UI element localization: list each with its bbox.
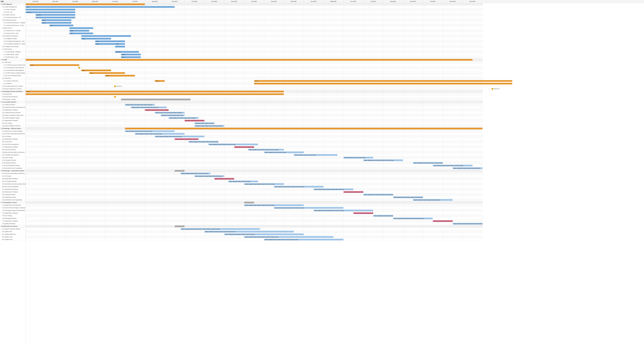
sidebar-item-2.1.5[interactable]: 2.1.5) User Training & Review xyxy=(0,74,26,77)
grid-line xyxy=(264,125,264,127)
sidebar-item-4.8[interactable]: 4.8) User Testing xyxy=(0,122,26,125)
sidebar-item-1.1.2[interactable]: 1.1.2) PM - PM xyxy=(0,11,26,13)
grid-line xyxy=(145,151,145,154)
sidebar-item-5.3[interactable]: 5.3) UX Design xyxy=(0,135,26,138)
sidebar-item-8.4[interactable]: 8.4) Update Shop xyxy=(0,236,26,238)
sidebar-item-6.5[interactable]: 6.5) Information Architecture (Back End) xyxy=(0,183,26,185)
grid-line xyxy=(145,156,145,159)
sidebar-item-1.4[interactable]: 1.4) Back End IA xyxy=(0,27,26,29)
sidebar-item-7[interactable]: ▼ 7) Homepage & Search xyxy=(0,201,26,204)
sidebar-item-1.7.3[interactable]: 1.7.3) QA/Training - Zack xyxy=(0,56,26,58)
sidebar-item-3.1[interactable]: 3.1) Brand Work xyxy=(0,93,26,96)
sidebar-item-6.7[interactable]: 6.7) Template Development xyxy=(0,188,26,191)
sidebar-item-1[interactable]: ▼ 1) WP Migration xyxy=(0,3,26,6)
sidebar-item-1.5.2[interactable]: 1.5.2) Template Development - Zack xyxy=(0,40,26,43)
sidebar-item-7.2[interactable]: 7.2) Search Results Design & Development xyxy=(0,206,26,209)
sidebar-item-4.6[interactable]: 4.6) Global Navigation Design xyxy=(0,117,26,119)
sidebar-item-1.3[interactable]: 1.3) Technical Discovery xyxy=(0,19,26,21)
grid-line xyxy=(324,85,324,87)
sidebar-item-6.9[interactable]: 6.9) Template Revision xyxy=(0,193,26,196)
sidebar-item-3.2[interactable]: 3.2) Brand Work Delivered xyxy=(0,96,26,98)
sidebar-item-1.7[interactable]: 1.7) QA/Training xyxy=(0,48,26,51)
sidebar-item-2.4[interactable]: 2.4) Review SalesForce Licenses xyxy=(0,88,26,90)
sidebar-item-2.1.3[interactable]: 2.1.3) Development Data Migration xyxy=(0,69,26,72)
sidebar-item-2[interactable]: ▼ 2) CRM xyxy=(0,58,26,61)
sidebar-item-1.2.1[interactable]: 1.2.1) Content Inventory - PM xyxy=(0,16,26,19)
grid-line xyxy=(125,228,125,230)
sidebar-item-1.5.1[interactable]: 1.5.1) Migration Scripts xyxy=(0,37,26,40)
sidebar-item-7.8[interactable]: 7.8) Quality Assurance xyxy=(0,222,26,225)
sidebar-item-3[interactable]: ▼ 3) Strategic Direction and Brand xyxy=(0,90,26,93)
sidebar-item-8.3[interactable]: 8.3) Update MailChimp xyxy=(0,233,26,236)
sidebar-item-4.2[interactable]: 4.2) Overall Information Architecture (F… xyxy=(0,106,26,109)
sidebar-item-2.1.4[interactable]: 2.1.4) NPSP Setup & Implementation xyxy=(0,72,26,74)
sidebar-item-4[interactable]: ▼ 4.1) Creative Direction xyxy=(0,101,26,103)
sidebar-item-6.10[interactable]: 6.10) Quality Assurance xyxy=(0,196,26,199)
sidebar-item-6.6[interactable]: 6.6) Front End Development xyxy=(0,185,26,188)
sidebar-item-5.10[interactable]: 5.10) Template Development xyxy=(0,154,26,156)
sidebar-item-5.1[interactable]: 5.1) Editorial and Content Strategy xyxy=(0,130,26,133)
sidebar-item-7.7[interactable]: 7.7) Stakeholder Feedback xyxy=(0,220,26,222)
gantt-area[interactable]: Feb 2023Mar 2023Apr 2023May 2023Jun 2023… xyxy=(26,0,644,344)
sidebar-item-6.3[interactable]: 6.3) Stakeholder Feedback xyxy=(0,177,26,180)
grid-line xyxy=(482,64,483,66)
grid-line xyxy=(125,85,125,87)
sidebar-item-5.4[interactable]: 5.4) Stakeholder Feedback xyxy=(0,138,26,141)
sidebar-item-2.1[interactable]: 2.1) CRM 2023 xyxy=(0,61,26,64)
sidebar-item-6.11[interactable]: 6.11) Illustrations and Copywriting xyxy=(0,199,26,201)
sidebar-item-2.2.2[interactable]: 2.2.2) Phase 2 xyxy=(0,82,26,85)
sidebar-item-4.5[interactable]: 4.5) System Architecture (Back End) xyxy=(0,114,26,117)
sidebar-item-4.9[interactable]: 4.9) Global Navigation Revision xyxy=(0,125,26,127)
sidebar-item-5.7[interactable]: 5.7) Stakeholder Feedback xyxy=(0,146,26,148)
sidebar-item-1.4.2[interactable]: 1.4.2) Back End IA - Zack xyxy=(0,32,26,35)
sidebar-item-7.5[interactable]: 7.5) User Testing xyxy=(0,214,26,217)
sidebar-item-2.1.2[interactable]: 2.1.2) Development Data Delivered xyxy=(0,66,26,69)
sidebar-item-2.2[interactable]: 2.2) CRM 2024 xyxy=(0,77,26,80)
sidebar-item-5.11[interactable]: 5.11) User Testing xyxy=(0,156,26,159)
sidebar-item-5.5[interactable]: 5.5) UX Revision xyxy=(0,141,26,143)
sidebar-item-6[interactable]: ▼ 6) Redesign - Transactional Aspect xyxy=(0,170,26,172)
sidebar-item-2.3[interactable]: 2.3) Purchase SalesForce Licenses xyxy=(0,85,26,88)
grid-line xyxy=(324,130,324,132)
sidebar-item-5.15[interactable]: 5.15) Illustrations and Copywriting xyxy=(0,167,26,170)
sidebar-item-1.7.2[interactable]: 1.7.2) QA/Training - Marty xyxy=(0,53,26,56)
sidebar-item-1.3.1[interactable]: 1.3.1) Technical Discovery - Principal xyxy=(0,21,26,24)
sidebar-item-6.8[interactable]: 6.8) Stakeholder Feedback xyxy=(0,191,26,193)
sidebar-item-4.3[interactable]: 4.3) Stakeholder Feedback xyxy=(0,109,26,111)
sidebar-item-1.2[interactable]: 1.2) Content Inventory xyxy=(0,13,26,16)
sidebar-item-4.1[interactable]: 4.1) Creative Direction xyxy=(0,103,26,106)
sidebar-item-4.4[interactable]: 4.4) Creative Direction Revision xyxy=(0,111,26,114)
sidebar-item-1.1.1[interactable]: 1.1.1) PM - Principal xyxy=(0,8,26,11)
sidebar-item-1.6[interactable]: 1.6) Configure Web Hosting xyxy=(0,45,26,48)
sidebar-item-6.2[interactable]: 6.2) UX Design xyxy=(0,175,26,177)
sidebar-item-1.5.3[interactable]: 1.5.3) Template Development - Marty xyxy=(0,43,26,45)
sidebar-item-4.7[interactable]: 4.7) Stakeholder Feedback xyxy=(0,119,26,122)
sidebar-item-6.4[interactable]: 6.4) UX Design Revision xyxy=(0,180,26,183)
sidebar-item-2.2.1[interactable]: 2.2.1) Phase 2 Discovery xyxy=(0,80,26,82)
sidebar-item-6.1[interactable]: 6.1) Front End Information Architecture xyxy=(0,172,26,175)
sidebar-item-5.12[interactable]: 5.12) Template Revision xyxy=(0,159,26,162)
sidebar-item-1.5[interactable]: 1.5) Template Development xyxy=(0,35,26,37)
sidebar-item-5.6[interactable]: 5.6) Front End Development xyxy=(0,143,26,146)
sidebar-item-1.7.1[interactable]: 1.7.1) QA/Training - Margaret xyxy=(0,51,26,53)
sidebar-item-8.5[interactable]: 8.5) Update Acme xyxy=(0,238,26,241)
sidebar-item-7.4[interactable]: 7.4) Stakeholder Feedback xyxy=(0,212,26,214)
sidebar-item-5.9[interactable]: 5.9) Back End Information Architecture xyxy=(0,151,26,154)
sidebar-item-7.1[interactable]: 7.1) ElasticSearch Development xyxy=(0,204,26,206)
sidebar-item-5.2[interactable]: 5.2) Front-End Information Architecture xyxy=(0,133,26,135)
grid-line xyxy=(363,96,364,98)
sidebar-item-1.4.1[interactable]: 1.4.1) Back End IA - Principal xyxy=(0,29,26,32)
sidebar-item-5[interactable]: ▼ 5) Redesign - Editorial Aspect xyxy=(0,127,26,130)
sidebar-item-5.13[interactable]: 5.13) Quality Assurance xyxy=(0,162,26,164)
sidebar-item-7.6[interactable]: 7.6) Homepage Revision xyxy=(0,217,26,220)
sidebar-item-3.3[interactable]: 3.3) Redesign - Overall xyxy=(0,98,26,101)
sidebar-item-8.1[interactable]: 8.1) Update Collection Website xyxy=(0,228,26,230)
sidebar-item-1.3.2[interactable]: 1.3.2) Technical Discovery - St. Dev xyxy=(0,24,26,27)
sidebar-item-7.3[interactable]: 7.3) Homepage Design & Development xyxy=(0,209,26,212)
sidebar-item-5.8[interactable]: 5.8) Front End Revision xyxy=(0,148,26,151)
sidebar-item-5.14[interactable]: 5.14) Documentation/Training xyxy=(0,164,26,167)
sidebar-item-8.2[interactable]: 8.2) Update PHA xyxy=(0,230,26,233)
sidebar-item-8[interactable]: ▼ 8) Microsites & Services xyxy=(0,225,26,228)
sidebar-item-1.1[interactable]: 1.1) Project Management xyxy=(0,6,26,8)
sidebar-item-2.1.1[interactable]: 2.1.1) CRM Discovery & Requirements xyxy=(0,64,26,66)
